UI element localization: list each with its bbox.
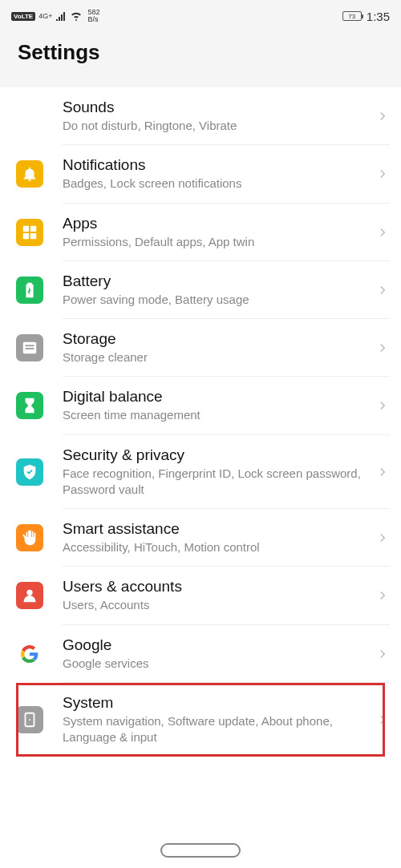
- chevron-right-icon: [375, 588, 390, 603]
- status-bar: VoLTE 4G+ 582B/s 73 1:35: [0, 0, 401, 32]
- chevron-right-icon: [375, 167, 390, 181]
- svg-rect-6: [26, 348, 34, 349]
- battery-icon: 73: [342, 11, 362, 21]
- svg-rect-3: [30, 233, 36, 239]
- security-item[interactable]: Security & privacyFace recognition, Fing…: [0, 435, 401, 510]
- chevron-right-icon: [375, 109, 390, 123]
- hourglass-icon: [16, 392, 43, 419]
- home-indicator[interactable]: [160, 843, 241, 858]
- volte-badge: VoLTE: [11, 12, 35, 21]
- chevron-right-icon: [375, 283, 390, 297]
- battery-item[interactable]: BatteryPower saving mode, Battery usage: [0, 261, 401, 319]
- clock: 1:35: [367, 10, 390, 23]
- shield-icon: [16, 458, 43, 486]
- hand-icon: [16, 524, 43, 551]
- svg-rect-5: [26, 345, 34, 346]
- smart-assistance-item[interactable]: Smart assistanceAccessibility, HiTouch, …: [0, 509, 401, 567]
- storage-item[interactable]: StorageStorage cleaner: [0, 319, 401, 377]
- chevron-right-icon: [375, 225, 390, 240]
- chevron-right-icon: [375, 341, 390, 355]
- page-header: Settings: [0, 32, 401, 87]
- network-type: 4G+: [38, 13, 52, 20]
- signal-icon: [55, 11, 67, 21]
- navigation-bar: [0, 833, 401, 868]
- system-item[interactable]: SystemSystem navigation, Software update…: [0, 683, 401, 757]
- sounds-item[interactable]: SoundsDo not disturb, Ringtone, Vibrate: [0, 87, 401, 145]
- chevron-right-icon: [375, 713, 390, 727]
- digital-balance-item[interactable]: Digital balanceScreen time management: [0, 377, 401, 434]
- svg-rect-1: [30, 225, 36, 231]
- users-accounts-item[interactable]: Users & accountsUsers, Accounts: [0, 567, 401, 624]
- page-title: Settings: [18, 40, 383, 65]
- battery-icon: [16, 277, 43, 304]
- system-icon: [16, 706, 43, 733]
- apps-item[interactable]: AppsPermissions, Default apps, App twin: [0, 204, 401, 261]
- chevron-right-icon: [375, 465, 390, 479]
- notifications-item[interactable]: NotificationsBadges, Lock screen notific…: [0, 145, 401, 203]
- storage-icon: [16, 334, 43, 361]
- google-item[interactable]: GoogleGoogle services: [0, 625, 401, 683]
- user-icon: [16, 582, 43, 609]
- sounds-icon: [16, 103, 43, 130]
- chevron-right-icon: [375, 398, 390, 413]
- chevron-right-icon: [375, 647, 390, 661]
- svg-point-9: [29, 719, 30, 721]
- svg-point-7: [26, 590, 32, 595]
- apps-icon: [16, 219, 43, 246]
- settings-list: SoundsDo not disturb, Ringtone, Vibrate …: [0, 87, 401, 757]
- bell-icon: [16, 160, 43, 188]
- chevron-right-icon: [375, 531, 390, 545]
- svg-rect-2: [23, 233, 29, 239]
- svg-rect-0: [23, 225, 29, 231]
- wifi-icon: [70, 11, 83, 21]
- google-icon: [16, 640, 43, 668]
